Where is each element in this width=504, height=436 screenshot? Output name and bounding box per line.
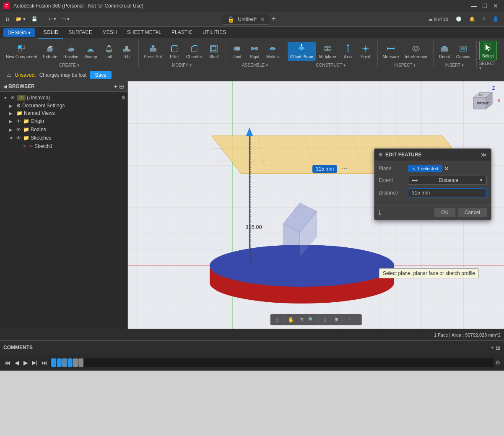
tab-surface[interactable]: SURFACE xyxy=(63,27,97,39)
modify-chamfer[interactable]: Chamfer xyxy=(184,42,205,61)
redo-button[interactable]: ↪ ▾ xyxy=(60,15,72,23)
insert-canvas[interactable]: Canvas xyxy=(454,42,473,61)
visibility-icon-2[interactable]: 👁 xyxy=(15,118,22,125)
open-button[interactable]: 📂 ▾ xyxy=(14,15,28,23)
browser-item-bodies[interactable]: ▶ 👁 📁 Bodies xyxy=(0,125,127,134)
browser-item-named-views[interactable]: ▶ 📁 Named Views xyxy=(0,109,127,117)
tl-first-button[interactable]: ⏮ xyxy=(3,358,12,367)
assemble-rigid[interactable]: Rigid xyxy=(246,42,263,61)
create-extrude[interactable]: Extrude xyxy=(40,42,60,61)
close-button[interactable]: ✕ xyxy=(491,2,501,10)
edit-feature-expand-button[interactable]: ≫ xyxy=(481,151,487,158)
tl-prev-button[interactable]: ◀ xyxy=(13,358,21,367)
create-new-component[interactable]: New Component xyxy=(3,42,39,61)
select-tool[interactable]: Select xyxy=(479,41,497,60)
tab-utilities[interactable]: UTILITIES xyxy=(197,27,231,39)
modify-press-pull[interactable]: Press Pull xyxy=(141,42,165,61)
browser-item-origin[interactable]: ▶ 👁 📁 Origin xyxy=(0,117,127,125)
nav-grid-button[interactable]: ⊞ xyxy=(333,316,340,324)
sketch-hidden-icon[interactable]: 👁 xyxy=(21,143,28,150)
distance-options[interactable]: ⋯ xyxy=(342,165,348,172)
notifications-button[interactable]: 🔔 xyxy=(467,15,477,23)
tl-next-button[interactable]: ▶| xyxy=(31,358,39,367)
modify-shell[interactable]: Shell xyxy=(205,42,222,61)
svg-point-33 xyxy=(364,47,367,50)
plane-clear-button[interactable]: ✕ xyxy=(444,165,449,172)
tab-solid[interactable]: SOLID xyxy=(38,27,63,39)
timeline-marker-1[interactable] xyxy=(51,358,56,367)
save-button[interactable]: 💾 xyxy=(29,15,39,23)
nav-home-button[interactable]: ⌂ xyxy=(273,315,281,324)
help-button[interactable]: ? xyxy=(481,16,487,23)
undo-button[interactable]: ↩ ▾ xyxy=(47,15,58,23)
timeline-marker-5[interactable] xyxy=(73,358,78,367)
design-dropdown[interactable]: DESIGN ▾ xyxy=(3,28,35,37)
insert-decal[interactable]: Decal xyxy=(436,42,453,61)
visibility-icon[interactable]: 👁 xyxy=(9,94,16,101)
cloud-save-button[interactable]: ☁ 9 of 10 xyxy=(426,15,450,23)
viewport[interactable]: 315 mm ⋯ 315.00 ⌂ ✋ ⊡ 🔍 □ ⊞ ⋮⋮ Select pl… xyxy=(128,81,504,329)
comments-expand-button[interactable]: ⊞ xyxy=(496,344,501,351)
plane-selected-button[interactable]: ↖ 1 selected xyxy=(408,165,442,172)
visibility-icon-3[interactable]: 👁 xyxy=(15,126,22,133)
history-button[interactable]: 🕐 xyxy=(454,15,464,23)
tab-sheet-metal[interactable]: SHEET METAL xyxy=(122,27,166,39)
expand-icon-5: ▶ xyxy=(9,127,15,132)
nav-more-button[interactable]: ⋮⋮ xyxy=(345,316,359,324)
distance-input[interactable]: 315 mm xyxy=(408,188,487,197)
nav-zoom-fit-button[interactable]: ⊡ xyxy=(297,316,305,324)
inspect-interference[interactable]: Interference xyxy=(402,42,429,61)
maximize-button[interactable]: ☐ xyxy=(480,2,490,10)
chamfer-icon xyxy=(189,44,199,54)
info-button[interactable]: ℹ xyxy=(379,209,381,216)
inspect-measure[interactable]: Measure xyxy=(380,42,402,61)
create-rib[interactable]: Rib xyxy=(118,42,135,61)
create-sweep[interactable]: Sweep xyxy=(82,42,100,61)
construct-midplane[interactable]: Midplane xyxy=(317,42,339,61)
tab-mesh[interactable]: MESH xyxy=(97,27,122,39)
construct-point[interactable]: Point xyxy=(357,42,374,61)
tab-close-icon[interactable]: ✕ xyxy=(260,16,265,22)
new-button[interactable]: 🗋 xyxy=(3,16,12,23)
timeline-marker-2[interactable] xyxy=(57,358,62,367)
extent-dropdown[interactable]: ⟷ Distance ▼ xyxy=(408,176,487,185)
comments-add-button[interactable]: + xyxy=(491,344,494,351)
browser-item-doc-settings[interactable]: ▶ ⚙ Document Settings xyxy=(0,102,127,109)
construct-axis[interactable]: Axis xyxy=(340,42,356,61)
tab-plastic[interactable]: PLASTIC xyxy=(166,27,197,39)
minimize-button[interactable]: — xyxy=(469,2,479,10)
assemble-motion[interactable]: Motion xyxy=(264,42,281,61)
settings-icon[interactable]: ⚙ xyxy=(121,95,126,101)
construct-offset-plane[interactable]: Offset Plane xyxy=(288,42,316,61)
assemble-joint[interactable]: Joint xyxy=(229,42,245,61)
browser-collapse-button[interactable]: ⊟ xyxy=(119,83,124,90)
create-revolve[interactable]: Revolve xyxy=(61,42,81,61)
timeline-track[interactable] xyxy=(50,358,494,367)
user-button[interactable]: 👤 xyxy=(491,15,501,23)
view-cube[interactable]: Z X FRONT TOP xyxy=(467,85,501,118)
fillet-icon xyxy=(169,44,179,54)
timeline-marker-4[interactable] xyxy=(68,358,73,367)
nav-zoom-in-button[interactable]: 🔍 xyxy=(306,316,316,324)
browser-item-unsaved[interactable]: ▼ 👁 □□ (Unsaved) ⚙ xyxy=(0,93,127,102)
timeline-marker-3[interactable] xyxy=(62,358,67,367)
add-tab-button[interactable]: + xyxy=(272,15,276,23)
timeline-marker-6[interactable] xyxy=(78,358,83,367)
save-now-button[interactable]: Save xyxy=(90,71,111,79)
title-bar: F Autodesk Fusion 360 (Personal - Not fo… xyxy=(0,0,504,12)
timeline-settings-button[interactable]: ⚙ xyxy=(495,359,501,366)
comments-label: COMMENTS xyxy=(3,345,33,350)
tab-title: Untitled* xyxy=(238,16,257,22)
browser-item-sketch1[interactable]: ▶ 👁 ✏ Sketch1 xyxy=(0,142,127,151)
tl-last-button[interactable]: ⏭ xyxy=(40,358,49,367)
create-loft[interactable]: Loft xyxy=(101,42,117,61)
cancel-button[interactable]: Cancel xyxy=(458,208,487,217)
visibility-icon-4[interactable]: 👁 xyxy=(15,135,22,141)
modify-fillet[interactable]: Fillet xyxy=(166,42,183,61)
tl-play-button[interactable]: ▶ xyxy=(22,358,29,367)
nav-display-mode-button[interactable]: □ xyxy=(321,316,328,324)
browser-item-sketches[interactable]: ▼ 👁 📁 Sketches xyxy=(0,134,127,142)
ok-button[interactable]: OK xyxy=(434,208,455,217)
nav-pan-button[interactable]: ✋ xyxy=(286,315,296,324)
browser-add-button[interactable]: + xyxy=(114,83,117,90)
